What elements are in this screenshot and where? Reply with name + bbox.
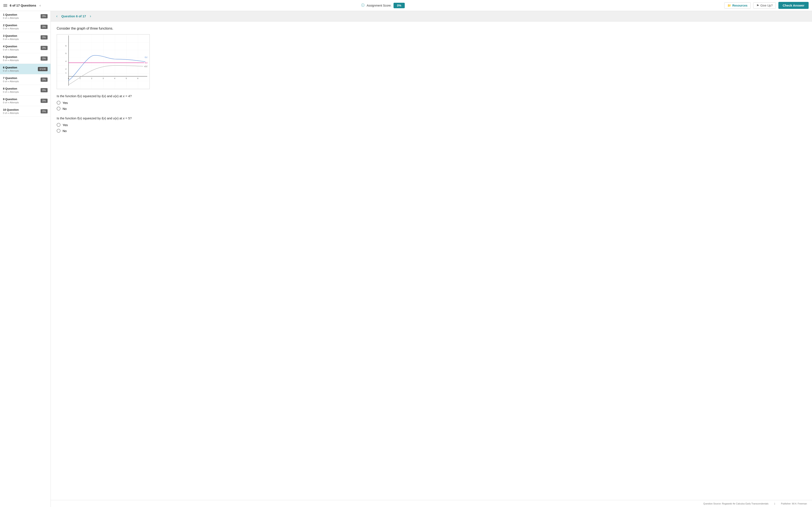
svg-text:5: 5 bbox=[65, 52, 66, 55]
svg-text:4: 4 bbox=[114, 77, 115, 79]
sidebar-item-10-badge: 0% bbox=[41, 109, 48, 113]
sidebar-item-4[interactable]: 4 Question0 of ∞ Attempts0% bbox=[0, 43, 51, 53]
sidebar-item-9[interactable]: 9 Question0 of ∞ Attempts0% bbox=[0, 96, 51, 106]
sidebar-item-7-title: 7 Question bbox=[3, 76, 19, 80]
sidebar-item-3[interactable]: 3 Question0 of ∞ Attempts0% bbox=[0, 32, 51, 43]
header-right: 📁 Resources ⚑ Give Up? Check Answer bbox=[724, 2, 809, 9]
radio-group-1: Yes No bbox=[57, 101, 806, 110]
sidebar-item-1[interactable]: 1 Question0 of ∞ Attempts0% bbox=[0, 11, 51, 21]
sidebar-item-1-sub: 0 of ∞ Attempts bbox=[3, 17, 19, 19]
sidebar-item-9-sub: 0 of ∞ Attempts bbox=[3, 101, 19, 104]
sidebar-item-3-badge: 0% bbox=[41, 35, 48, 40]
radio-button-2-no[interactable] bbox=[57, 129, 60, 133]
graph-svg: 6 5 4 2 1 0 1 2 3 4 5 6 bbox=[57, 35, 150, 89]
svg-rect-1 bbox=[57, 35, 150, 89]
sidebar-item-8-info: 8 Question0 of ∞ Attempts bbox=[3, 87, 19, 93]
option-1-no-label: No bbox=[63, 107, 67, 110]
svg-text:0: 0 bbox=[68, 77, 69, 79]
option-1-no[interactable]: No bbox=[57, 107, 806, 110]
sidebar-item-10-info: 10 Question0 of ∞ Attempts bbox=[3, 108, 19, 114]
sidebar-item-6-badge: 0/100 bbox=[38, 67, 48, 71]
header-left: 6 of 17 Questions ‹ bbox=[3, 3, 42, 8]
sidebar-item-7[interactable]: 7 Question0 of ∞ Attempts0% bbox=[0, 74, 51, 85]
sidebar-item-5[interactable]: 5 Question0 of ∞ Attempts0% bbox=[0, 53, 51, 64]
graph-container: 6 5 4 2 1 0 1 2 3 4 5 6 bbox=[57, 34, 150, 89]
option-1-yes-label: Yes bbox=[63, 101, 68, 105]
svg-text:2: 2 bbox=[91, 77, 92, 79]
sidebar-item-4-info: 4 Question0 of ∞ Attempts bbox=[3, 45, 19, 51]
footer-source: Question Source: Rogawski 4e Calculus Ea… bbox=[51, 500, 812, 507]
sidebar-item-4-badge: 0% bbox=[41, 46, 48, 50]
svg-text:6: 6 bbox=[137, 77, 138, 79]
check-answer-button[interactable]: Check Answer bbox=[778, 2, 809, 9]
svg-text:l(x): l(x) bbox=[145, 56, 147, 58]
sidebar-item-6-info: 6 Question0 of ∞ Attempts bbox=[3, 66, 19, 72]
radio-button-1-yes[interactable] bbox=[57, 101, 60, 105]
question-nav: ‹ Question 6 of 17 › bbox=[51, 11, 812, 21]
sidebar-item-8-sub: 0 of ∞ Attempts bbox=[3, 91, 19, 93]
give-up-label: Give Up? bbox=[760, 4, 773, 7]
sidebar-item-9-info: 9 Question0 of ∞ Attempts bbox=[3, 98, 19, 104]
sidebar-item-2[interactable]: 2 Question0 of ∞ Attempts0% bbox=[0, 21, 51, 32]
header-center: ⓘ Assignment Score: 0% bbox=[361, 3, 405, 8]
question-nav-label: Question 6 of 17 bbox=[61, 14, 86, 18]
folder-icon: 📁 bbox=[727, 4, 731, 7]
sidebar-item-9-badge: 0% bbox=[41, 99, 48, 103]
publisher: Publisher: W.H. Freeman bbox=[781, 502, 807, 505]
main-content: 1 Question0 of ∞ Attempts0%2 Question0 o… bbox=[0, 11, 812, 507]
option-2-yes-label: Yes bbox=[63, 123, 68, 127]
svg-text:u(x): u(x) bbox=[144, 65, 147, 67]
sidebar-item-7-badge: 0% bbox=[41, 77, 48, 82]
hamburger-icon[interactable] bbox=[3, 4, 7, 7]
collapse-sidebar-button[interactable]: ‹ bbox=[39, 3, 42, 8]
svg-text:f(x): f(x) bbox=[145, 62, 147, 64]
sidebar-item-6[interactable]: 6 Question0 of ∞ Attempts0/100 bbox=[0, 64, 51, 74]
svg-text:5: 5 bbox=[126, 77, 127, 79]
sidebar-item-9-title: 9 Question bbox=[3, 98, 19, 101]
sidebar-item-2-title: 2 Question bbox=[3, 24, 19, 27]
radio-button-1-no[interactable] bbox=[57, 107, 60, 110]
score-badge: 0% bbox=[394, 3, 405, 8]
sidebar-item-6-sub: 0 of ∞ Attempts bbox=[3, 69, 19, 72]
question-area: ‹ Question 6 of 17 › Consider the graph … bbox=[51, 11, 812, 507]
sidebar: 1 Question0 of ∞ Attempts0%2 Question0 o… bbox=[0, 11, 51, 507]
top-header: 6 of 17 Questions ‹ ⓘ Assignment Score: … bbox=[0, 0, 812, 11]
svg-text:1: 1 bbox=[65, 72, 66, 74]
question-prompt-1: Is the function f(x) squeezed by l(x) an… bbox=[57, 94, 806, 98]
question-prompt-2: Is the function f(x) squeezed by l(x) an… bbox=[57, 116, 806, 120]
sidebar-item-5-badge: 0% bbox=[41, 56, 48, 61]
sidebar-item-7-sub: 0 of ∞ Attempts bbox=[3, 80, 19, 82]
sidebar-item-10-title: 10 Question bbox=[3, 108, 19, 111]
give-up-button[interactable]: ⚑ Give Up? bbox=[753, 2, 776, 9]
option-1-yes[interactable]: Yes bbox=[57, 101, 806, 105]
sidebar-item-2-badge: 0% bbox=[41, 25, 48, 29]
sidebar-item-8-title: 8 Question bbox=[3, 87, 19, 90]
option-2-no[interactable]: No bbox=[57, 129, 806, 133]
sidebar-item-10[interactable]: 10 Question0 of ∞ Attempts0% bbox=[0, 106, 51, 117]
radio-button-2-yes[interactable] bbox=[57, 123, 60, 127]
resources-button[interactable]: 📁 Resources bbox=[724, 2, 751, 9]
svg-text:6: 6 bbox=[65, 45, 66, 47]
prev-question-button[interactable]: ‹ bbox=[55, 13, 59, 19]
radio-group-2: Yes No bbox=[57, 123, 806, 133]
footer-divider: | bbox=[774, 502, 775, 505]
sidebar-item-7-info: 7 Question0 of ∞ Attempts bbox=[3, 76, 19, 82]
question-source: Question Source: Rogawski 4e Calculus Ea… bbox=[703, 502, 768, 505]
flag-icon: ⚑ bbox=[756, 4, 759, 7]
sidebar-item-5-info: 5 Question0 of ∞ Attempts bbox=[3, 55, 19, 61]
svg-text:3: 3 bbox=[103, 77, 104, 79]
assignment-score-label: Assignment Score: bbox=[367, 4, 392, 7]
info-icon: ⓘ bbox=[361, 3, 364, 8]
sidebar-item-8-badge: 0% bbox=[41, 88, 48, 92]
option-2-no-label: No bbox=[63, 129, 67, 133]
option-2-yes[interactable]: Yes bbox=[57, 123, 806, 127]
sidebar-item-3-sub: 0 of ∞ Attempts bbox=[3, 38, 19, 40]
sidebar-item-5-title: 5 Question bbox=[3, 55, 19, 59]
sidebar-item-8[interactable]: 8 Question0 of ∞ Attempts0% bbox=[0, 85, 51, 96]
resources-label: Resources bbox=[732, 4, 748, 7]
sidebar-item-3-info: 3 Question0 of ∞ Attempts bbox=[3, 34, 19, 40]
next-question-button[interactable]: › bbox=[89, 13, 92, 19]
sidebar-item-6-title: 6 Question bbox=[3, 66, 19, 69]
sidebar-item-2-sub: 0 of ∞ Attempts bbox=[3, 27, 19, 30]
sidebar-item-1-badge: 0% bbox=[41, 14, 48, 18]
